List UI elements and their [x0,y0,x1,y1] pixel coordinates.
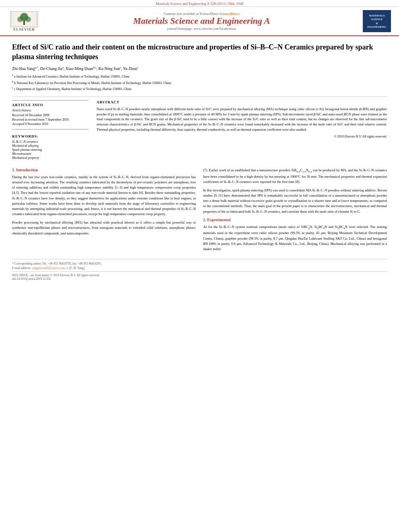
keyword-1: Si–B–C–N ceramics [12,140,88,144]
journal-header: ELSEVIER Contents lists available at Sci… [0,7,399,36]
page-footer: * Corresponding author. Tel.: +86 451 86… [12,259,387,281]
footnote-email: E-mail address: yangzhihua96@yahoo.com.c… [12,266,387,270]
keyword-2: Mechanical alloying [12,144,88,148]
section1-para2: Powder processing by mechanical alloying… [12,220,196,236]
svg-point-3 [17,16,23,22]
history-label: Article history: [12,109,88,112]
section1-para1: During the last few years non-oxide cera… [12,175,196,217]
mse-line4: ENGINEERING [364,25,389,29]
elsevier-logo: ELSEVIER [8,10,40,32]
abstract-copyright: © 2010 Elsevier B.V. All rights reserved… [97,135,387,138]
footer-issn: 0921-5093/$ – see front matter © 2010 El… [12,273,387,277]
journal-homepage: journal homepage: www.elsevier.com/locat… [44,27,359,31]
keyword-4: Microstructure [12,152,88,156]
svg-point-4 [25,16,31,22]
section1-right-para2: In this investigation, spark plasma sint… [203,188,387,214]
abstract-heading: Abstract [97,100,387,104]
journal-citation: Materials Science and Engineering A 528 … [156,2,243,6]
abstract-text: Nano-sized Si–B–C–N powders nearly amorp… [97,107,387,132]
journal-center-info: Contents lists available at ScienceDirec… [44,12,359,30]
affiliations: a a Institute for Advanced Ceramics, Har… [12,73,387,92]
mse-line2: SCIENCE [364,17,389,21]
section2-heading: 2. Experimental [203,218,387,222]
authors-text: Zhi-Hua Yanga,*, De-Chang Jiaa, Xiao-Min… [12,66,138,71]
abstract-section: Abstract Nano-sized Si–B–C–N powders nea… [97,100,387,138]
affiliation-c: c c Department of Applied Chemistry, Har… [12,86,387,92]
received-date-1: Received 10 December 2009 [12,113,88,117]
body-content: 1. Introduction During the last few year… [12,168,387,255]
footnote-corresponding: * Corresponding author. Tel.: +86 451 86… [12,262,387,265]
mse-line3: & [364,21,389,25]
affiliation-a: a a Institute for Advanced Ceramics, Har… [12,73,387,79]
body-right-col: [7]. Earlier work of us established that… [203,168,387,255]
top-bar: Materials Science and Engineering A 528 … [0,0,399,7]
elsevier-wordmark: ELSEVIER [13,27,35,31]
left-column: Article info Article history: Received 1… [12,100,88,162]
sciencedirect-brand: ScienceDirect [220,12,239,16]
article-title: Effect of Si/C ratio and their content o… [12,42,387,62]
body-two-col: 1. Introduction During the last few year… [12,168,387,255]
keywords-section: Keywords: Si–B–C–N ceramics Mechanical a… [12,133,88,162]
email-link[interactable]: yangzhihua96@yahoo.com.cn [32,266,68,270]
elsevier-logo-image [10,11,38,27]
mse-line1: MATERIALS [364,14,389,17]
footer-doi: doi:10.1016/j.msea.2010.11.032 [12,277,387,281]
sciencedirect-link: Contents lists available at ScienceDirec… [44,12,359,16]
section2-text: As for the Si–B–C–N system nominal compo… [203,224,387,252]
keyword-3: Spark plasma sintering [12,148,88,152]
accepted-date: Accepted 9 November 2010 [12,122,88,126]
section1-right-para1: [7]. Earlier work of us established that… [203,168,387,185]
journal-title: Materials Science and Engineering A [44,16,359,26]
mse-logo: MATERIALS SCIENCE & ENGINEERING [363,10,391,32]
article-meta-section: Article info Article history: Received 1… [12,100,387,162]
body-left-col: 1. Introduction During the last few year… [12,168,196,255]
article-info-heading: Article info [12,103,88,107]
keyword-5: Mechanical property [12,156,88,160]
article-info-section: Article info Article history: Received 1… [12,100,88,129]
main-content: Effect of Si/C ratio and their content o… [0,36,399,287]
divider-1 [12,97,387,97]
section1-heading: 1. Introduction [12,168,196,172]
authors: Zhi-Hua Yanga,*, De-Chang Jiaa, Xiao-Min… [12,66,387,71]
received-date-2: Received in revised form 7 September 201… [12,118,88,121]
mse-logo-box: MATERIALS SCIENCE & ENGINEERING [363,10,391,32]
right-column: Abstract Nano-sized Si–B–C–N powders nea… [97,100,387,162]
affiliation-b: b b National Key Laboratory for Precisio… [12,80,387,86]
keywords-heading: Keywords: [12,134,88,138]
